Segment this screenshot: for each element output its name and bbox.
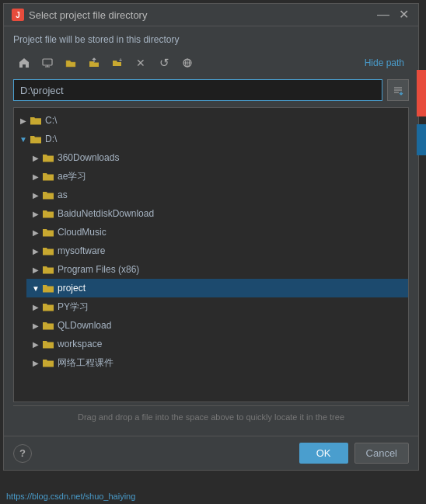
tree-item-ws-label: workspace [58,339,102,349]
tree-item-project-label: project [58,283,86,294]
tree-item-workspace[interactable]: ▶ workspace [26,335,408,353]
tree-item-360-label: 360Downloads [58,152,119,163]
tree-item-ae-label: ae学习 [58,170,86,183]
app-icon: J [12,9,24,21]
expand-arrow-ql: ▶ [30,319,42,332]
title-bar: J Select project file directory — ✕ [4,4,418,26]
tree-item-qldownload[interactable]: ▶ QLDownload [26,316,408,335]
close-button[interactable]: ✕ [397,9,410,21]
tree-item-py-study[interactable]: ▶ PY学习 [26,297,408,316]
folder-icon-baidu [42,207,54,220]
ok-button[interactable]: OK [299,443,348,464]
open-folder-button[interactable] [60,53,82,73]
tree-item-project[interactable]: ▼ project [26,279,408,297]
tree-item-baidu[interactable]: ▶ BaiduNetdiskDownload [26,204,408,223]
expand-arrow-ws: ▶ [30,338,42,350]
expand-arrow-as: ▶ [30,189,42,201]
folder-icon-ae [42,170,54,182]
footer-buttons: OK Cancel [299,443,409,464]
tree-item-baidu-label: BaiduNetdiskDownload [58,208,154,219]
new-folder-button[interactable]: + [106,53,128,73]
svg-text:+: + [119,57,122,63]
right-accent-red [417,70,426,116]
expand-arrow-baidu: ▶ [30,207,42,220]
expand-arrow-py: ▶ [30,301,42,313]
dialog-body: Project file will be stored in this dire… [4,26,418,436]
tree-item-d-root[interactable]: ▼ D:\ [14,130,408,148]
tree-item-d-label: D:\ [45,134,57,144]
status-bar: https://blog.csdn.net/shuo_haiying [0,488,426,504]
folder-icon-mysoft [42,245,54,257]
folder-icon-ql [42,319,54,332]
tree-item-360downloads[interactable]: ▶ 360Downloads [26,148,408,167]
expand-arrow-prog: ▶ [30,263,42,276]
tree-item-py-label: PY学习 [58,301,89,314]
drag-hint: Drag and drop a file into the space abov… [13,405,409,428]
folder-icon-net [42,356,54,369]
folder-icon-prog [42,263,54,276]
expand-arrow-ae: ▶ [30,170,42,182]
folder-icon-360 [42,151,54,164]
cancel-button[interactable]: Cancel [354,443,409,464]
expand-arrow-net: ▶ [30,356,42,369]
svg-rect-0 [43,59,52,65]
computer-button[interactable] [37,53,58,73]
dialog-title: Select project file directory [29,9,147,21]
folder-icon-py [42,301,54,313]
help-button[interactable]: ? [13,444,32,463]
tree-item-as-label: as [58,189,68,200]
expand-arrow-d: ▼ [17,133,30,145]
refresh-button[interactable]: ↺ [153,53,175,73]
tree-item-network-course[interactable]: ▶ 网络工程课件 [26,353,408,372]
folder-icon-cloud [42,226,54,238]
folder-icon-as [42,189,54,201]
toolbar: + ✕ ↺ Hide path [13,53,409,73]
drag-hint-text: Drag and drop a file into the space abov… [78,412,344,422]
right-accent-blue [417,124,426,155]
path-row [13,79,409,101]
title-bar-left: J Select project file directory [12,9,147,21]
expand-arrow-mysoft: ▶ [30,245,42,257]
delete-button[interactable]: ✕ [130,53,152,73]
home-button[interactable] [13,53,35,73]
expand-arrow-c: ▶ [17,114,30,127]
folder-up-button[interactable] [83,53,105,73]
tree-item-programfiles[interactable]: ▶ Program Files (x86) [26,260,408,279]
path-action-button[interactable] [387,79,409,101]
network-button[interactable] [176,53,198,73]
subtitle-text: Project file will be stored in this dire… [13,34,409,45]
expand-arrow-cloud: ▶ [30,226,42,238]
status-text: https://blog.csdn.net/shuo_haiying [6,492,135,501]
tree-item-as[interactable]: ▶ as [26,186,408,204]
tree-item-prog-label: Program Files (x86) [58,264,139,275]
expand-arrow-project: ▼ [30,282,42,294]
tree-item-c-label: C:\ [45,115,57,126]
hide-path-button[interactable]: Hide path [360,54,409,71]
folder-icon-project [42,282,54,294]
tree-item-cloudmusic[interactable]: ▶ CloudMusic [26,223,408,242]
tree-item-mysoft-label: mysoftware [58,245,105,256]
folder-icon-ws [42,338,54,350]
expand-arrow-360: ▶ [30,151,42,164]
minimize-button[interactable]: — [375,9,391,21]
path-input[interactable] [13,79,382,101]
folder-icon-c [30,114,42,127]
tree-item-mysoftware[interactable]: ▶ mysoftware [26,242,408,260]
tree-item-ae-study[interactable]: ▶ ae学习 [26,167,408,186]
tree-item-ql-label: QLDownload [58,320,111,331]
folder-icon-d [30,133,42,145]
tree-item-net-label: 网络工程课件 [58,356,113,370]
select-directory-dialog: J Select project file directory — ✕ Proj… [3,3,419,471]
tree-item-cloud-label: CloudMusic [58,227,106,238]
dialog-footer: ? OK Cancel [4,436,418,470]
title-controls: — ✕ [375,9,410,21]
tree-item-c-root[interactable]: ▶ C:\ [14,111,408,130]
file-tree[interactable]: ▶ C:\ ▼ D:\ ▶ 360Downloads [13,107,409,402]
